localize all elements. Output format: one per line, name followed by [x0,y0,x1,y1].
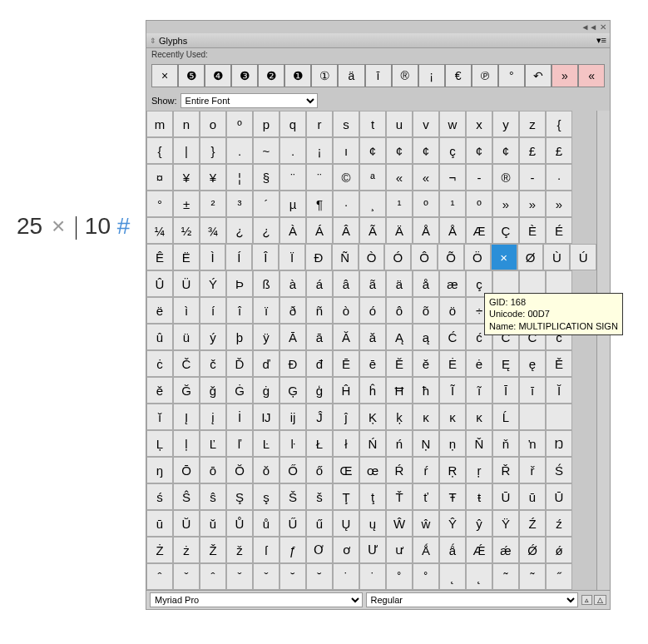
glyph-cell[interactable]: p [253,111,279,137]
glyph-cell[interactable]: ę [519,350,546,377]
glyph-cell[interactable]: ĥ [359,377,386,404]
glyph-cell[interactable]: ĸ [466,404,492,430]
glyph-cell[interactable]: ŀ [279,430,306,457]
glyph-cell[interactable]: ¡ [306,137,333,164]
glyph-cell[interactable]: ˘ [279,563,306,590]
glyph-cell[interactable]: ˜ [492,563,519,590]
glyph-cell[interactable]: ¨ [279,164,306,191]
zoom-in-icon[interactable]: △ [594,595,606,605]
glyph-cell[interactable]: Ŷ [439,510,466,537]
glyph-cell[interactable]: ĭ [146,404,173,430]
style-dropdown[interactable]: Regular [366,592,579,607]
glyph-cell[interactable]: Ő [279,457,306,483]
recent-glyph[interactable]: « [578,64,605,87]
glyph-cell[interactable]: ś [146,483,173,510]
glyph-cell[interactable]: Ĳ [253,404,279,430]
glyph-cell[interactable]: Ć [439,324,466,350]
glyph-cell[interactable]: ŭ [200,510,226,537]
glyph-cell[interactable]: Œ [333,457,359,483]
glyph-cell[interactable]: z [519,111,546,137]
glyph-cell[interactable]: í [200,297,226,324]
glyph-cell[interactable]: » [492,191,519,217]
glyph-cell[interactable] [546,404,572,430]
glyph-cell[interactable]: Ę [492,350,519,377]
glyph-cell[interactable]: Ǽ [466,537,492,563]
recent-glyph[interactable]: ° [498,64,525,87]
glyph-cell[interactable]: ģ [306,377,333,404]
glyph-cell[interactable]: Ņ [413,430,439,457]
glyph-cell[interactable]: Ê [146,244,173,270]
glyph-cell[interactable]: ǿ [546,537,572,563]
glyph-cell[interactable]: ˚ [413,563,439,590]
glyph-cell[interactable]: Đ [279,350,306,377]
glyph-cell[interactable]: đ [306,350,333,377]
glyph-cell[interactable]: ą [413,324,439,350]
glyph-cell[interactable]: Ť [386,483,413,510]
glyph-cell[interactable]: x [466,111,492,137]
glyph-cell[interactable]: ġ [253,377,279,404]
glyph-cell[interactable]: { [546,111,572,137]
glyph-cell[interactable]: £ [519,137,546,164]
glyph-cell[interactable]: ª [359,164,386,191]
glyph-cell[interactable]: Į [173,404,200,430]
glyph-cell[interactable]: ż [173,537,200,563]
recent-glyph[interactable]: € [445,64,472,87]
glyph-cell[interactable]: Ĵ [306,404,333,430]
glyph-cell[interactable]: Ă [333,324,359,350]
glyph-cell[interactable]: œ [359,457,386,483]
glyph-cell[interactable]: r [306,111,333,137]
glyph-cell[interactable]: ď [253,350,279,377]
glyph-cell[interactable]: { [146,137,173,164]
glyph-cell[interactable]: . [226,137,253,164]
glyph-cell[interactable]: ˛ [466,563,492,590]
glyph-cell[interactable]: Ľ [200,430,226,457]
glyph-cell[interactable]: ¼ [146,217,173,244]
glyph-cell[interactable]: t [359,111,386,137]
glyph-cell[interactable]: ů [253,510,279,537]
glyph-cell[interactable]: - [466,164,492,191]
glyph-cell[interactable]: ¸ [359,191,386,217]
glyph-cell[interactable]: É [546,217,572,244]
glyph-cell[interactable]: þ [226,324,253,350]
glyph-cell[interactable]: Ö [464,244,491,270]
glyph-cell[interactable]: æ [439,270,466,297]
glyph-cell[interactable]: Å [439,217,466,244]
glyph-cell[interactable]: Ç [492,217,519,244]
glyph-cell[interactable]: ˝ [546,563,572,590]
glyph-cell[interactable]: Ư [359,537,386,563]
glyph-cell[interactable]: Ě [546,350,572,377]
recent-glyph[interactable]: ❺ [178,64,205,87]
glyph-cell[interactable]: ļ [173,430,200,457]
glyph-cell[interactable]: ~ [253,137,279,164]
glyph-cell[interactable]: Ŭ [173,510,200,537]
glyph-cell[interactable]: º [413,191,439,217]
glyph-cell[interactable]: Ū [492,483,519,510]
glyph-cell[interactable]: Ĩ [439,377,466,404]
panel-title-bar[interactable]: ⇕ Glyphs ▾≡ [146,33,610,48]
glyph-cell[interactable]: Ò [359,244,385,270]
glyph-cell[interactable]: · [546,164,572,191]
glyph-cell[interactable]: } [200,137,226,164]
glyph-cell[interactable]: ˙ [333,563,359,590]
glyph-cell[interactable]: Ō [173,457,200,483]
vertical-scrollbar[interactable] [596,111,610,590]
glyph-cell[interactable]: ĸ [413,404,439,430]
glyph-cell[interactable]: ā [306,324,333,350]
glyph-cell[interactable]: Í [225,244,252,270]
glyph-cell[interactable]: Ķ [359,404,386,430]
glyph-cell[interactable]: ³ [226,191,253,217]
recent-glyph[interactable]: × [151,64,178,87]
zoom-out-icon[interactable]: ▵ [581,595,592,605]
recent-glyph[interactable]: ¡ [418,64,445,87]
glyph-cell[interactable]: Æ [466,217,492,244]
glyph-cell[interactable]: č [200,350,226,377]
glyph-cell[interactable]: ¢ [466,137,492,164]
recent-glyph[interactable]: » [552,64,578,87]
glyph-cell[interactable]: Ř [492,457,519,483]
glyph-cell[interactable]: m [146,111,173,137]
glyph-cell[interactable]: Č [173,350,200,377]
glyph-cell[interactable]: Ė [439,350,466,377]
glyph-cell[interactable]: ī [519,377,546,404]
glyph-cell[interactable]: Ŗ [439,457,466,483]
glyph-cell[interactable]: û [146,324,173,350]
